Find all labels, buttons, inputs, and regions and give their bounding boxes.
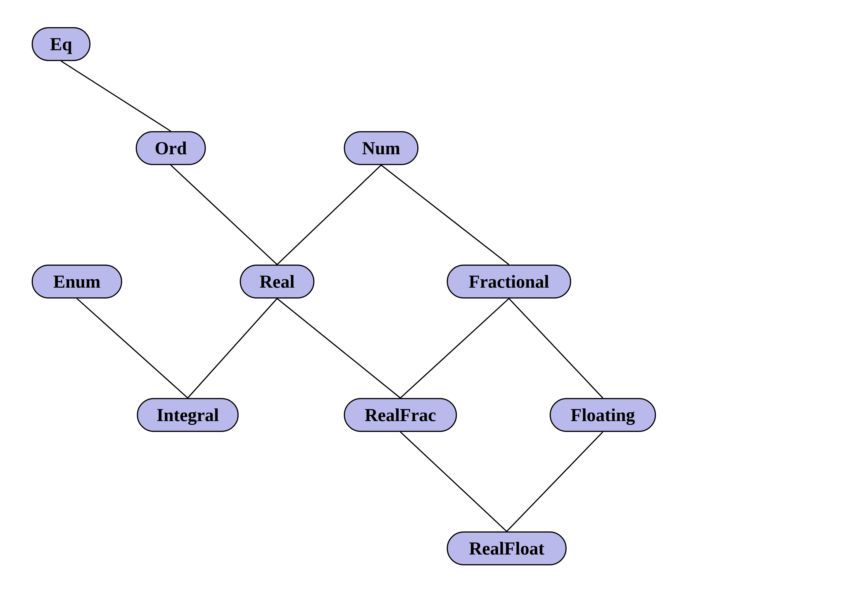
node-label: Enum [53,271,101,292]
node-label: Num [362,138,401,158]
edge-real-realfrac [277,299,401,398]
node-eq: Eq [32,27,91,61]
node-real: Real [240,265,314,299]
node-label: RealFrac [365,405,436,425]
edge-realfrac-realfloat [401,432,507,531]
node-label: RealFloat [469,538,544,559]
edge-real-integral [188,299,277,398]
node-label: Fractional [469,271,549,292]
node-label: Integral [157,405,219,425]
diagram-edges-layer [0,0,841,616]
edge-floating-realfloat [507,432,603,531]
node-floating: Floating [550,398,656,432]
node-fractional: Fractional [447,265,571,299]
node-label: Floating [571,405,635,425]
edge-ord-real [171,165,277,265]
edge-num-real [277,165,381,265]
edge-eq-ord [61,61,171,131]
node-realfrac: RealFrac [344,398,457,432]
node-label: Eq [50,34,72,54]
edge-fractional-realfrac [401,299,509,398]
node-realfloat: RealFloat [447,531,567,565]
edge-enum-integral [77,299,188,398]
node-enum: Enum [32,265,122,299]
edge-fractional-floating [509,299,603,398]
haskell-typeclass-diagram: Eq Ord Num Enum Real Fractional Integral… [0,0,841,616]
node-ord: Ord [136,131,206,165]
node-label: Real [260,271,295,292]
node-integral: Integral [137,398,239,432]
edge-num-fractional [381,165,509,265]
node-num: Num [344,131,418,165]
node-label: Ord [155,138,187,158]
